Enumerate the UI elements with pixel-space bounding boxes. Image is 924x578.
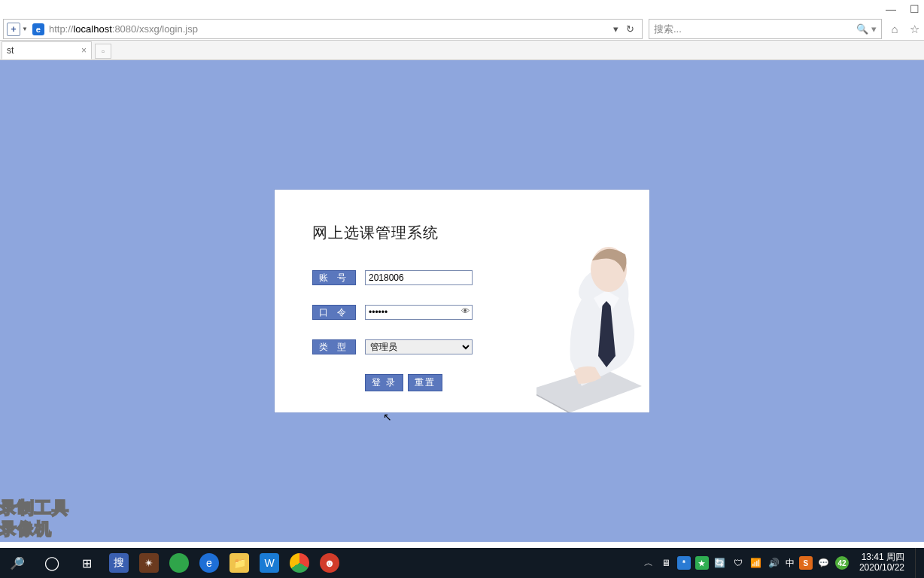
- taskbar: 🔎 ◯ ⊞ 搜 ✴ e 📁 W ☻ ︿ 🖥 * ★ 🔄 🛡 📶 🔊 中 S 💬 …: [0, 548, 924, 578]
- new-tab-button[interactable]: ▫: [95, 44, 111, 59]
- login-title: 网上选课管理系统: [312, 223, 536, 243]
- tray-blue-icon[interactable]: *: [677, 556, 691, 570]
- ie-logo-icon: e: [32, 23, 44, 35]
- recorder-watermark: 录制工具 录像机: [0, 497, 69, 540]
- tray-volume-icon[interactable]: 🔊: [767, 556, 781, 570]
- task-view-icon[interactable]: ⊞: [69, 548, 104, 578]
- window-maximize[interactable]: ☐: [910, 3, 919, 15]
- page-viewport: 网上选课管理系统 账 号 口 令 👁 类 型 管理员 登 录: [0, 60, 924, 542]
- search-box[interactable]: 搜索... 🔍 ▾: [649, 19, 882, 39]
- login-illustration: [536, 190, 649, 412]
- home-icon[interactable]: ⌂: [885, 18, 904, 40]
- show-desktop-button[interactable]: [915, 548, 919, 578]
- tray-wifi-icon[interactable]: 📶: [749, 556, 763, 570]
- search-placeholder: 搜索...: [654, 23, 682, 36]
- reset-button[interactable]: 重置: [408, 374, 442, 391]
- browser-tab[interactable]: st ×: [2, 41, 92, 59]
- nav-dropdown-icon[interactable]: ▼: [22, 26, 28, 32]
- tray-sync-icon[interactable]: 🔄: [713, 556, 727, 570]
- taskbar-sogou-icon[interactable]: 搜: [104, 548, 134, 578]
- taskbar-chrome-icon[interactable]: [284, 548, 315, 578]
- nav-back-plus-icon[interactable]: +: [7, 23, 20, 36]
- tray-green-icon[interactable]: ★: [695, 556, 709, 570]
- password-label: 口 令: [312, 305, 356, 320]
- taskbar-ie-icon[interactable]: e: [194, 548, 224, 578]
- tray-chat-icon[interactable]: 💬: [817, 556, 831, 570]
- tab-close-icon[interactable]: ×: [81, 45, 87, 56]
- address-bar[interactable]: + ▼ e http://localhost:8080/xsxg/login.j…: [3, 19, 643, 39]
- taskbar-explorer-icon[interactable]: 📁: [224, 548, 254, 578]
- tab-strip: st × ▫: [0, 41, 924, 60]
- taskbar-app2-icon[interactable]: [164, 548, 194, 578]
- window-minimize[interactable]: —: [886, 3, 896, 15]
- url-dropdown-icon[interactable]: ▾: [613, 23, 619, 35]
- address-toolbar: + ▼ e http://localhost:8080/xsxg/login.j…: [0, 18, 924, 41]
- refresh-icon[interactable]: ↻: [626, 23, 634, 35]
- taskbar-app3-icon[interactable]: ☻: [315, 548, 345, 578]
- tray-ime-icon[interactable]: 中: [786, 557, 795, 570]
- search-dropdown-icon[interactable]: ▾: [871, 23, 877, 35]
- taskbar-app1-icon[interactable]: ✴: [134, 548, 164, 578]
- login-card: 网上选课管理系统 账 号 口 令 👁 类 型 管理员 登 录: [275, 190, 649, 412]
- password-input[interactable]: [365, 305, 473, 320]
- mouse-cursor-icon: ↖: [383, 411, 392, 423]
- type-label: 类 型: [312, 339, 356, 354]
- login-button[interactable]: 登 录: [365, 374, 403, 391]
- tray-shield-icon[interactable]: 🛡: [731, 556, 745, 570]
- account-input[interactable]: [365, 270, 473, 285]
- cortana-circle-icon[interactable]: ◯: [35, 548, 69, 578]
- tab-title: st: [7, 45, 14, 56]
- window-titlebar: — ☐ ✕: [0, 0, 924, 18]
- taskbar-clock[interactable]: 13:41 周四 2020/10/22: [855, 552, 909, 573]
- taskbar-wps-icon[interactable]: W: [254, 548, 284, 578]
- start-button[interactable]: 🔎: [0, 548, 35, 578]
- password-reveal-icon[interactable]: 👁: [461, 306, 470, 315]
- tray-expand-icon[interactable]: ︿: [644, 557, 653, 570]
- url-text[interactable]: http://localhost:8080/xsxg/login.jsp: [49, 23, 609, 35]
- tray-monitor-icon[interactable]: 🖥: [659, 556, 673, 570]
- type-select[interactable]: 管理员: [365, 339, 473, 354]
- favorites-icon[interactable]: ☆: [904, 18, 924, 40]
- account-label: 账 号: [312, 270, 356, 285]
- tray-badge-42[interactable]: 42: [835, 556, 849, 570]
- search-icon[interactable]: 🔍: [856, 23, 868, 35]
- tray-orange-icon[interactable]: S: [799, 556, 813, 570]
- system-tray: 🖥 * ★ 🔄 🛡 📶 🔊 中 S 💬 42: [659, 556, 849, 570]
